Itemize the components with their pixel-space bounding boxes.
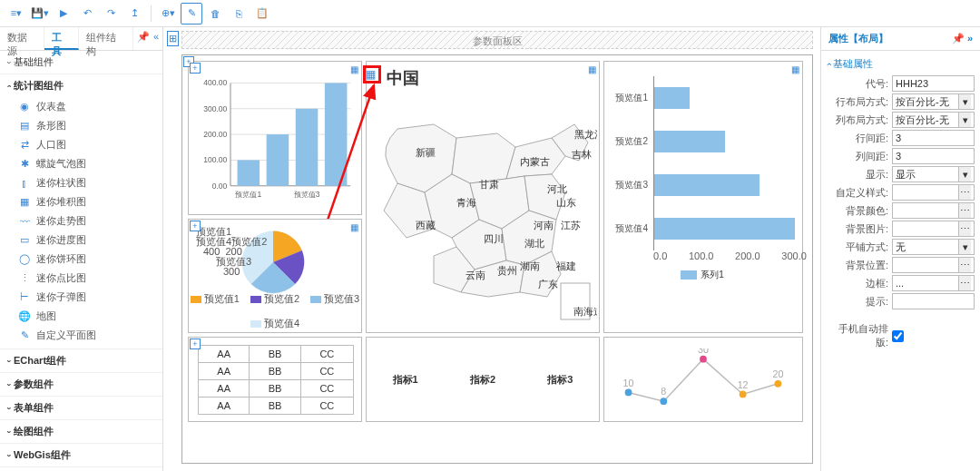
target-icon[interactable]: ⊕▾ — [157, 3, 179, 25]
pencil-icon[interactable]: ✎ — [181, 3, 202, 25]
prop-input[interactable]: ⋯ — [892, 257, 975, 273]
group-basic[interactable]: ›基础组件 — [0, 51, 162, 74]
chart-menu-icon[interactable]: ▦ — [350, 64, 358, 74]
prop-input[interactable]: 显示▾ — [892, 166, 975, 182]
svg-rect-12 — [267, 134, 289, 186]
tab-tools[interactable]: 工具 — [44, 27, 79, 50]
item-gauge[interactable]: ◉仪表盘 — [0, 97, 162, 116]
tab-datasource[interactable]: 数据源 — [0, 27, 44, 50]
trash-icon[interactable]: 🗑 — [204, 3, 226, 25]
copy-icon[interactable]: ⎘ — [228, 3, 250, 25]
dropdown-icon[interactable]: ▾ — [958, 167, 971, 182]
design-canvas[interactable]: ⊞ 参数面板区 + + ▦ 400.00 300.00 200.00 100.0… — [163, 27, 820, 471]
play-icon[interactable]: ▶ — [53, 3, 74, 25]
chart-menu-icon[interactable]: ▦ — [791, 64, 799, 74]
svg-text:福建: 福建 — [556, 260, 576, 271]
add-icon[interactable]: + — [190, 63, 201, 74]
svg-text:河北: 河北 — [547, 183, 567, 194]
more-icon[interactable]: ⋯ — [958, 276, 971, 290]
save-icon[interactable]: 💾▾ — [29, 3, 51, 25]
collapse-icon[interactable]: « — [153, 31, 159, 46]
sparkline-chart: 108301220 — [615, 348, 791, 414]
group-echart[interactable]: ›EChart组件 — [0, 349, 162, 372]
prop-input[interactable] — [892, 293, 975, 309]
item-bars[interactable]: ▤条形图 — [0, 116, 162, 135]
prop-input[interactable]: 3 — [892, 130, 975, 146]
chart-menu-icon[interactable]: ▦ — [350, 222, 358, 232]
prop-input[interactable]: 3 — [892, 148, 975, 164]
group-form[interactable]: ›表单组件 — [0, 397, 162, 419]
dropdown-icon[interactable]: ▾ — [958, 240, 971, 254]
item-prog[interactable]: ▭迷你进度图 — [0, 231, 162, 250]
group-param[interactable]: ›参数组件 — [0, 373, 162, 396]
paste-icon[interactable]: 📋 — [251, 3, 273, 25]
map-config-icon[interactable]: ▦ — [366, 68, 376, 81]
cell-table[interactable]: + AABBCCAABBCCAABBCCAABBCC — [188, 337, 362, 422]
prop-input[interactable]: ...⋯ — [892, 275, 975, 291]
pin-icon[interactable]: 📌 — [952, 33, 965, 44]
ruler-icon[interactable]: ⊞ — [167, 31, 179, 46]
more-icon[interactable]: ⋯ — [958, 185, 971, 200]
collapse-icon[interactable]: » — [967, 33, 973, 44]
prop-input[interactable]: ⋯ — [892, 184, 975, 201]
group-webgis[interactable]: ›WebGis组件 — [0, 444, 162, 466]
more-icon[interactable]: ⋯ — [958, 221, 971, 236]
stack-icon: ▦ — [18, 196, 31, 209]
svg-text:湖南: 湖南 — [520, 260, 540, 271]
up-icon[interactable]: ↥ — [123, 3, 145, 25]
undo-icon[interactable]: ↶ — [76, 3, 98, 25]
svg-point-39 — [625, 389, 632, 397]
prop-input[interactable]: 按百分比-无▾ — [892, 112, 975, 128]
item-stack[interactable]: ▦迷你堆积图 — [0, 192, 162, 211]
add-icon[interactable]: + — [190, 339, 201, 349]
svg-text:黑龙江: 黑龙江 — [574, 129, 597, 140]
cell-map[interactable]: ▦ ▦ 中国 — [366, 61, 600, 333]
svg-text:江苏: 江苏 — [561, 220, 581, 231]
group-chart[interactable]: ›统计图组件 — [0, 74, 162, 97]
redo-icon[interactable]: ↷ — [100, 3, 122, 25]
cell-hbar-chart[interactable]: ▦ 预览值1预览值2预览值3预览值40.0100.0200.0300.0400.… — [603, 61, 803, 333]
china-map: 新疆黑龙江吉林内蒙古青海甘肃西藏四川云南贵州湖南湖北河南广东福建江苏山东河北南海… — [370, 93, 597, 329]
more-icon[interactable]: ⋯ — [958, 203, 971, 218]
prop-input[interactable]: ⋯ — [892, 221, 975, 237]
menu-icon[interactable]: ≡▾ — [5, 3, 27, 25]
svg-text:南海道岛: 南海道岛 — [573, 306, 597, 317]
svg-point-43 — [700, 356, 707, 363]
item-dot[interactable]: ⋮迷你点比图 — [0, 269, 162, 288]
mobile-autolayout-label: 手机自动排版: — [827, 322, 888, 349]
section-basic-props[interactable]: ›基础属性 — [827, 54, 975, 74]
prog-icon: ▭ — [18, 234, 31, 247]
dropdown-icon[interactable]: ▾ — [958, 94, 971, 109]
item-map[interactable]: 🌐地图 — [0, 307, 162, 326]
item-donut[interactable]: ◯迷你饼环图 — [0, 250, 162, 269]
prop-input[interactable]: ⋯ — [892, 202, 975, 219]
item-pop[interactable]: ⇄人口图 — [0, 135, 162, 154]
item-line[interactable]: 〰迷你走势图 — [0, 211, 162, 231]
mobile-autolayout-checkbox[interactable] — [892, 330, 904, 342]
cell-sparkline[interactable]: 108301220 — [603, 337, 803, 422]
group-ext[interactable]: ›扩展组件 — [0, 467, 162, 471]
item-minibar[interactable]: ⫿迷你柱状图 — [0, 173, 162, 192]
item-bubble[interactable]: ✱螺旋气泡图 — [0, 154, 162, 173]
plan-icon: ✎ — [18, 329, 31, 342]
chart-menu-icon[interactable]: ▦ — [588, 64, 596, 74]
indicator-row: 指标1 指标2 指标3 — [367, 338, 599, 421]
cell-bar-chart[interactable]: + ▦ 400.00 300.00 200.00 100.00 0.00 预览值… — [188, 61, 362, 215]
dropdown-icon[interactable]: ▾ — [958, 113, 971, 127]
cell-indicators[interactable]: 指标1 指标2 指标3 — [366, 337, 600, 422]
prop-input[interactable]: HHH23 — [892, 75, 975, 92]
svg-text:100.00: 100.00 — [203, 155, 227, 164]
cell-pie-chart[interactable]: + ▦ 预览值1 预览值4预览值2 400 200 预览值3 300 预览值1预… — [188, 219, 362, 333]
prop-input[interactable]: 按百分比-无▾ — [892, 93, 975, 110]
prop-input[interactable]: 无▾ — [892, 239, 975, 255]
group-draw[interactable]: ›绘图组件 — [0, 420, 162, 443]
tab-structure[interactable]: 组件结构 — [79, 27, 133, 50]
pin-icon[interactable]: 📌 — [137, 31, 150, 46]
line-icon: 〰 — [18, 215, 31, 228]
item-plan[interactable]: ✎自定义平面图 — [0, 326, 162, 345]
param-panel-area[interactable]: 参数面板区 — [181, 31, 813, 49]
add-icon[interactable]: + — [190, 221, 201, 231]
item-bullet[interactable]: ⊢迷你子弹图 — [0, 288, 162, 307]
bar-chart: 400.00 300.00 200.00 100.00 0.00 预览值1 预览… — [200, 74, 354, 203]
more-icon[interactable]: ⋯ — [958, 258, 971, 272]
